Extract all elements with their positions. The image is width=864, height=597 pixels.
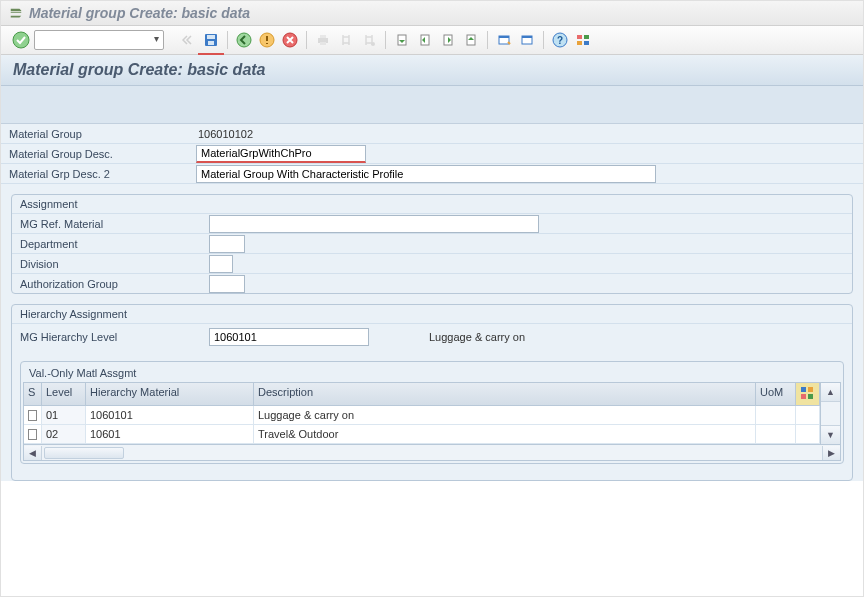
scroll-thumb[interactable] [44,447,124,459]
subtable-title: Val.-Only Matl Assgmt [23,364,841,382]
last-page-icon[interactable] [461,30,481,50]
enter-button[interactable] [11,30,31,50]
shortcut-icon[interactable] [517,30,537,50]
find-next-icon [359,30,379,50]
svg-point-10 [371,42,375,46]
input-division[interactable] [209,255,233,273]
col-hierarchy-material[interactable]: Hierarchy Material [86,383,254,405]
svg-point-0 [13,32,29,48]
value-material-group: 106010102 [196,128,253,140]
cell-uom[interactable] [756,406,796,424]
group-hierarchy-title: Hierarchy Assignment [12,305,852,323]
command-field[interactable] [34,30,164,50]
print-icon [313,30,333,50]
scroll-down-icon[interactable]: ▼ [821,425,840,444]
cell-select[interactable] [24,425,42,443]
svg-rect-9 [320,42,326,45]
cell-pad [796,425,820,443]
svg-rect-3 [208,41,214,45]
col-level[interactable]: Level [42,383,86,405]
table-row[interactable]: 011060101Luggage & carry on [24,406,820,425]
cell-description[interactable]: Luggage & carry on [254,406,756,424]
grid-val-only: S Level Hierarchy Material Description U… [23,382,821,445]
input-material-grp-desc2[interactable] [196,165,656,183]
row-division: Division [12,253,852,273]
history-back-icon[interactable] [178,30,198,50]
col-s[interactable]: S [24,383,42,405]
svg-rect-22 [584,35,589,39]
subtable-val-only: Val.-Only Matl Assgmt S Level Hierarchy … [20,361,844,464]
checkbox[interactable] [28,410,37,421]
back-button[interactable] [234,30,254,50]
vertical-scrollbar[interactable]: ▲ ▼ [821,382,841,445]
row-auth-group: Authorization Group [12,273,852,293]
cell-description[interactable]: Travel& Outdoor [254,425,756,443]
svg-rect-21 [577,35,582,39]
label-division: Division [12,258,209,270]
cancel-button[interactable] [280,30,300,50]
cell-level[interactable]: 01 [42,406,86,424]
cell-hierarchy-material[interactable]: 1060101 [86,406,254,424]
row-material-group: Material Group 106010102 [1,124,863,144]
col-uom[interactable]: UoM [756,383,796,405]
app-toolbar: ? [1,26,863,55]
layout-icon[interactable] [573,30,593,50]
label-mg-hier-level: MG Hierarchy Level [12,331,209,343]
group-assignment-title: Assignment [12,195,852,213]
checkbox[interactable] [28,429,37,440]
row-material-grp-desc2: Material Grp Desc. 2 [1,164,863,184]
scroll-right-icon[interactable]: ▶ [822,446,840,460]
input-mg-ref-material[interactable] [209,215,539,233]
svg-rect-2 [207,35,215,39]
group-hierarchy: Hierarchy Assignment MG Hierarchy Level … [11,304,853,481]
svg-rect-16 [499,36,509,38]
grid-header: S Level Hierarchy Material Description U… [24,383,820,406]
label-auth-group: Authorization Group [12,278,209,290]
col-config-icon[interactable] [796,383,820,405]
save-button[interactable] [201,30,221,50]
label-material-group: Material Group [1,128,196,140]
svg-rect-26 [808,387,813,392]
input-mg-hier-level[interactable] [209,328,369,346]
find-icon [336,30,356,50]
label-department: Department [12,238,209,250]
header-spacer [1,86,863,124]
menu-icon[interactable] [9,6,23,20]
scroll-left-icon[interactable]: ◀ [24,446,42,460]
svg-point-4 [237,33,251,47]
first-page-icon[interactable] [392,30,412,50]
svg-text:?: ? [557,35,563,46]
cell-pad [796,406,820,424]
label-material-group-desc: Material Group Desc. [1,148,196,160]
next-page-icon[interactable] [438,30,458,50]
title-bar: Material group Create: basic data [1,1,863,26]
input-material-group-desc[interactable] [196,145,366,163]
scroll-up-icon[interactable]: ▲ [821,383,840,402]
label-material-grp-desc2: Material Grp Desc. 2 [1,168,196,180]
window-title: Material group Create: basic data [29,5,250,21]
cell-uom[interactable] [756,425,796,443]
cell-select[interactable] [24,406,42,424]
row-department: Department [12,233,852,253]
help-icon[interactable]: ? [550,30,570,50]
input-department[interactable] [209,235,245,253]
svg-rect-24 [584,41,589,45]
new-session-icon[interactable] [494,30,514,50]
prev-page-icon[interactable] [415,30,435,50]
cell-hierarchy-material[interactable]: 10601 [86,425,254,443]
col-description[interactable]: Description [254,383,756,405]
input-auth-group[interactable] [209,275,245,293]
row-mg-ref-material: MG Ref. Material [12,213,852,233]
row-material-group-desc: Material Group Desc. [1,144,863,164]
svg-rect-27 [801,394,806,399]
svg-rect-18 [522,36,532,38]
cell-level[interactable]: 02 [42,425,86,443]
page-header: Material group Create: basic data [1,55,863,86]
table-row[interactable]: 0210601Travel& Outdoor [24,425,820,444]
group-assignment: Assignment MG Ref. Material Department D… [11,194,853,294]
label-mg-ref-material: MG Ref. Material [12,218,209,230]
svg-rect-8 [320,35,326,38]
exit-button[interactable] [257,30,277,50]
horizontal-scrollbar[interactable]: ◀ ▶ [23,445,841,461]
svg-rect-25 [801,387,806,392]
